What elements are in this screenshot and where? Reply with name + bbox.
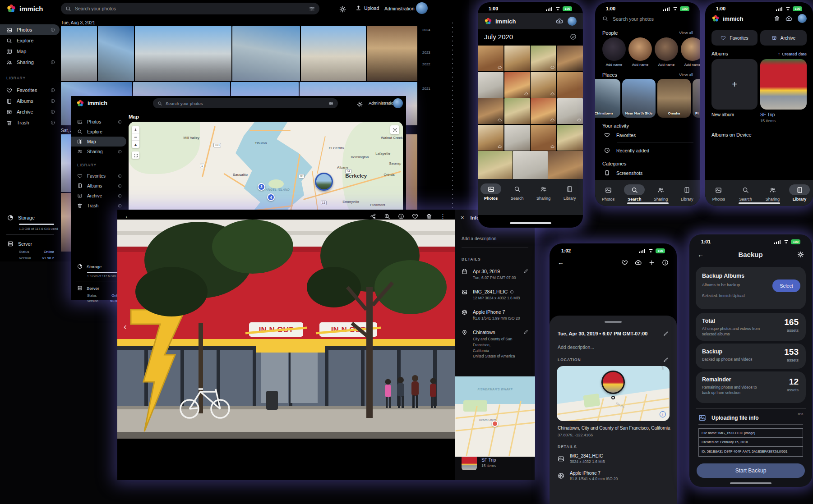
- photo-thumbnail[interactable]: [504, 125, 530, 151]
- sidebar-item-trash[interactable]: Trash: [0, 117, 60, 128]
- sidebar-item-favorites[interactable]: Favorites: [71, 171, 126, 181]
- photo-thumbnail[interactable]: [531, 72, 556, 98]
- compass-button[interactable]: ▴: [132, 141, 139, 148]
- photo-thumbnail[interactable]: [504, 98, 530, 124]
- place-tile[interactable]: Chinatown: [595, 79, 620, 118]
- map-settings-button[interactable]: [390, 125, 399, 134]
- cloud-sync-icon[interactable]: [785, 15, 792, 22]
- favorites-button[interactable]: Favorites: [711, 30, 758, 46]
- photo-thumbnail[interactable]: [531, 46, 556, 71]
- photo-thumbnail[interactable]: [61, 26, 97, 81]
- recently-added-row[interactable]: Recently added: [604, 147, 649, 153]
- photo-viewer-image[interactable]: IN-N-OUT IN-N-OUT: [117, 220, 455, 439]
- photo-thumbnail[interactable]: [557, 98, 583, 124]
- sidebar-item-sharing[interactable]: Sharing: [71, 147, 126, 156]
- photo-thumbnail[interactable]: [531, 125, 556, 151]
- close-info-icon[interactable]: ×: [461, 214, 464, 221]
- person-avatar[interactable]: [655, 37, 678, 61]
- place-tile[interactable]: Near North Side: [622, 79, 656, 118]
- sidebar-item-albums[interactable]: Albums: [71, 181, 126, 191]
- sidebar-item-explore[interactable]: Explore: [0, 35, 60, 46]
- nav-sharing[interactable]: Sharing: [531, 183, 556, 201]
- select-albums-button[interactable]: Select: [772, 279, 800, 292]
- user-avatar[interactable]: [568, 17, 577, 26]
- search-input[interactable]: Search your photos: [602, 16, 693, 22]
- edit-location-icon[interactable]: [663, 357, 669, 362]
- edit-date-icon[interactable]: [523, 269, 528, 274]
- gear-icon[interactable]: [797, 251, 804, 258]
- previous-photo-chevron[interactable]: ‹: [124, 321, 127, 332]
- map-cluster-marker[interactable]: 3: [258, 183, 265, 191]
- photo-thumbnail[interactable]: [557, 72, 583, 98]
- add-plus-icon[interactable]: [648, 259, 655, 266]
- photo-thumbnail[interactable]: [557, 125, 583, 151]
- person-avatar[interactable]: [681, 37, 700, 61]
- user-avatar[interactable]: [798, 14, 807, 23]
- cloud-upload-icon[interactable]: [635, 259, 642, 266]
- sidebar-item-favorites[interactable]: Favorites: [0, 85, 60, 96]
- location-minimap[interactable]: FISHERMAN'S WHARF Beach Street: [455, 376, 535, 457]
- nav-search[interactable]: Search: [733, 184, 758, 202]
- photo-thumbnail[interactable]: [478, 98, 504, 124]
- back-arrow-icon[interactable]: ←: [558, 259, 564, 266]
- new-album-tile[interactable]: +: [711, 59, 758, 110]
- location-map-card[interactable]: San Francisco Ferry The Em i: [557, 366, 670, 421]
- map-fullscreen-control[interactable]: [132, 151, 139, 159]
- nav-search[interactable]: Search: [622, 184, 647, 202]
- cloud-sync-icon[interactable]: [556, 18, 563, 25]
- photo-thumbnail[interactable]: [478, 46, 504, 71]
- zoom-in-button[interactable]: +: [132, 126, 139, 133]
- nav-sharing[interactable]: Sharing: [648, 184, 674, 202]
- favorite-heart-icon[interactable]: [412, 213, 418, 220]
- places-view-all[interactable]: View all: [679, 73, 693, 77]
- nav-photos[interactable]: Photos: [596, 184, 621, 202]
- immich-logo[interactable]: immich: [6, 4, 43, 14]
- nav-photos[interactable]: Photos: [706, 184, 731, 202]
- photo-thumbnail[interactable]: [504, 72, 530, 98]
- user-avatar[interactable]: [393, 98, 403, 108]
- theme-toggle-button[interactable]: [357, 100, 363, 108]
- photo-thumbnail[interactable]: [478, 125, 504, 151]
- add-name-link[interactable]: Add name: [602, 63, 626, 67]
- immich-logo[interactable]: immich: [76, 99, 107, 107]
- photo-thumbnail[interactable]: [135, 26, 231, 81]
- zoom-out-button[interactable]: −: [132, 133, 139, 141]
- edit-location-icon[interactable]: [523, 330, 528, 334]
- add-name-link[interactable]: Add name: [681, 63, 700, 67]
- map-cluster-marker[interactable]: 4: [267, 193, 275, 201]
- back-button[interactable]: ←: [125, 212, 131, 220]
- photo-thumbnail[interactable]: [301, 26, 366, 81]
- fullscreen-button[interactable]: [132, 151, 139, 159]
- sidebar-item-map[interactable]: Map: [71, 137, 126, 147]
- start-backup-button[interactable]: Start Backup: [697, 463, 805, 478]
- add-name-link[interactable]: Add name: [628, 63, 652, 67]
- delete-trash-icon[interactable]: [426, 213, 432, 220]
- zoom-in-icon[interactable]: [384, 213, 390, 220]
- back-arrow-icon[interactable]: ←: [698, 251, 704, 258]
- search-input[interactable]: Search your photos: [61, 3, 319, 14]
- sidebar-item-sharing[interactable]: Sharing: [0, 57, 60, 68]
- info-icon[interactable]: [398, 213, 404, 220]
- nav-library[interactable]: Library: [787, 184, 812, 202]
- sort-button[interactable]: ↑ Created date: [778, 51, 807, 56]
- sidebar-item-archive[interactable]: Archive: [0, 106, 60, 117]
- edit-date-icon[interactable]: [663, 331, 669, 336]
- person-avatar[interactable]: [602, 37, 626, 61]
- info-icon[interactable]: [662, 259, 669, 266]
- sheet-drag-handle[interactable]: [605, 321, 622, 323]
- search-input[interactable]: Search your photos: [153, 98, 338, 108]
- person-avatar[interactable]: [628, 37, 652, 61]
- info-icon[interactable]: [510, 290, 514, 294]
- nav-sharing[interactable]: Sharing: [760, 184, 785, 202]
- add-description-field[interactable]: Add description...: [558, 344, 594, 350]
- place-tile[interactable]: Omaha: [657, 79, 691, 118]
- favorite-heart-icon[interactable]: [621, 259, 628, 266]
- sidebar-item-photos[interactable]: Photos: [71, 117, 126, 127]
- add-name-link[interactable]: Add name: [655, 63, 678, 67]
- photo-thumbnail[interactable]: [557, 46, 583, 71]
- share-icon[interactable]: [370, 213, 376, 220]
- theme-toggle-button[interactable]: [339, 5, 346, 13]
- people-view-all[interactable]: View all: [679, 31, 693, 35]
- photo-thumbnail[interactable]: [367, 26, 417, 81]
- upload-button[interactable]: Upload: [356, 5, 379, 11]
